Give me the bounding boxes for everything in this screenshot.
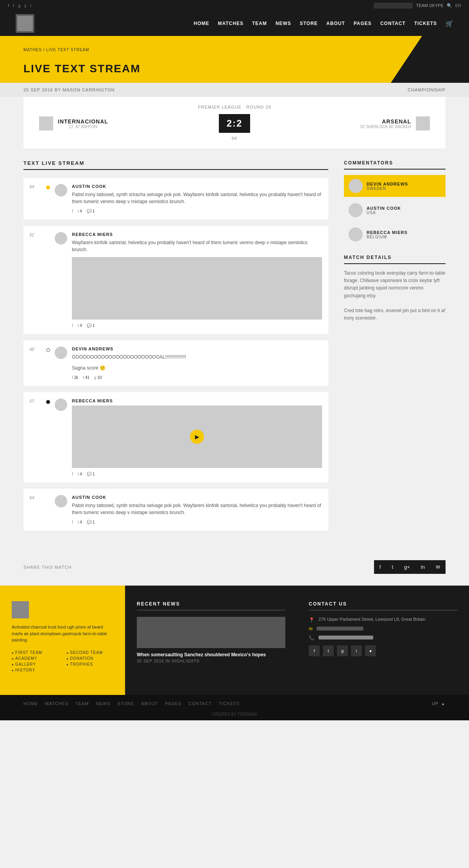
bottom-nav-contact[interactable]: CONTACT (188, 701, 211, 706)
news-thumbnail (137, 617, 285, 648)
tw-share[interactable]: t 4 (78, 520, 82, 524)
up-arrow-icon: ▲ (441, 701, 446, 706)
stream-actions: f 2k t 41 g 10 (72, 375, 322, 380)
tw-icon[interactable]: t (13, 3, 14, 8)
gp-share[interactable]: g 10 (94, 375, 102, 380)
nav-contact[interactable]: CONTACT (380, 21, 406, 26)
search-icon[interactable]: 🔍 (447, 3, 452, 8)
share-fb[interactable]: f (374, 560, 387, 574)
comment-count[interactable]: 💬 1 (87, 472, 95, 476)
main-content: TEXT LIVE STREAM 64' AUSTIN COOK Pabst i… (0, 148, 469, 548)
comment-count[interactable]: 💬 1 (87, 323, 95, 328)
stream-text: GOOOOOOOOOOOOOOOOOOOOOOOAL!!!!!!!!!!!!!!… (72, 354, 322, 361)
share-gp[interactable]: g+ (399, 560, 415, 574)
fb-share[interactable]: f (72, 323, 73, 328)
footer-link-academy[interactable]: ACADEMY (12, 656, 59, 661)
scroll-up-button[interactable]: UP ▲ (432, 701, 446, 706)
comment-count[interactable]: 💬 1 (87, 520, 95, 524)
nav-tickets[interactable]: TICKETS (414, 21, 437, 26)
fb-share[interactable]: f (72, 209, 73, 213)
commentators-section: COMMENTATORS DEVIN ANDREWS SWEDEN AUSTIN… (344, 160, 446, 245)
goal-icon (46, 186, 50, 189)
bottom-nav-news[interactable]: NEWS (96, 701, 111, 706)
nav-about[interactable]: ABOUT (326, 21, 345, 26)
commentator-item: REBECCA MIERS BELGIUM (344, 223, 446, 245)
commentator-info: DEVIN ANDREWS SWEDEN (367, 182, 408, 191)
fb-share[interactable]: f 2k (72, 375, 78, 380)
fb-icon[interactable]: f (8, 3, 9, 8)
social-fb[interactable]: f (309, 645, 320, 656)
stream-section: TEXT LIVE STREAM 64' AUSTIN COOK Pabst i… (23, 160, 328, 537)
match-minute: 64' (39, 136, 430, 141)
bottom-nav-tickets[interactable]: TICKETS (219, 701, 240, 706)
stream-author: REBECCA MIERS (72, 398, 322, 403)
stream-author: DEVIN ANDREWS (72, 346, 322, 351)
bottom-nav: HOME MATCHES TEAM NEWS STORE ABOUT PAGES… (0, 695, 469, 712)
social-yt[interactable]: ● (365, 645, 376, 656)
stream-text: Pabst irony tattooed, synth sriracha sel… (72, 191, 322, 205)
stream-time: 57' (30, 398, 41, 476)
bottom-nav-home[interactable]: HOME (23, 701, 38, 706)
commentator-name: REBECCA MIERS (367, 230, 408, 235)
share-email[interactable]: ✉ (430, 560, 446, 574)
bottom-nav-team[interactable]: TEAM (75, 701, 89, 706)
footer-link-trophies[interactable]: TROPHIES (66, 662, 113, 666)
news-item-title[interactable]: When somersaulting Sanchez shouldered Me… (137, 652, 285, 657)
stream-author: AUSTIN COOK (72, 495, 322, 500)
yt-icon[interactable]: y (24, 3, 27, 8)
footer-link-firstteam[interactable]: FIRST TEAM (12, 650, 59, 655)
team-right-scorers: 32' SHERLOCK 60' BACKER (360, 125, 411, 129)
nav-team[interactable]: TEAM (252, 21, 267, 26)
bottom-nav-pages[interactable]: PAGES (165, 701, 181, 706)
tw-share[interactable]: t 4 (78, 323, 82, 328)
nav-matches[interactable]: MATCHES (218, 21, 243, 26)
comment-count[interactable]: 💬 1 (87, 209, 95, 213)
footer-link-donation[interactable]: DONATION (66, 656, 113, 661)
stream-item: 60' DEVIN ANDREWS GOOOOOOOOOOOOOOOOOOOOO… (23, 340, 328, 386)
fb-share[interactable]: f (72, 520, 73, 524)
article-meta: 25 SEP 2016 BY MASON CARRINGTON (23, 88, 115, 92)
share-tw[interactable]: t (386, 560, 399, 574)
nav-home[interactable]: HOME (194, 21, 209, 26)
footer-link-history[interactable]: HISTORY (12, 668, 59, 672)
logo-image (17, 16, 33, 31)
site-logo[interactable] (16, 14, 34, 33)
fb-share[interactable]: f (72, 472, 73, 476)
nav-store[interactable]: STORE (300, 21, 318, 26)
stream-section-title: TEXT LIVE STREAM (23, 160, 328, 170)
contact-email: ✉ (309, 626, 457, 632)
cart-icon[interactable]: 🛒 (446, 20, 453, 27)
social-tw[interactable]: t (323, 645, 334, 656)
social-ig[interactable]: i (351, 645, 362, 656)
footer-link-secondteam[interactable]: SECOND TEAM (66, 650, 113, 655)
email-icon: ✉ (309, 626, 313, 632)
bottom-nav-about[interactable]: ABOUT (141, 701, 158, 706)
tw-share[interactable]: t 4 (78, 472, 82, 476)
bottom-nav-store[interactable]: STORE (118, 701, 134, 706)
team-right-name: ARSENAL (360, 118, 411, 125)
footer-link-gallery[interactable]: GALLERY (12, 662, 59, 666)
tw-share[interactable]: t 4 (78, 209, 82, 213)
gp-icon[interactable]: g (18, 3, 20, 8)
page-title: LIVE TEXT STREAM (23, 63, 141, 75)
news-in: IN (166, 659, 172, 663)
ig-icon[interactable]: i (30, 3, 31, 8)
footer-tagline: Activated charcoal trust fund ugh prism … (12, 624, 113, 643)
stream-item: 62' REBECCA MIERS Wayfarers kinfolk sart… (23, 226, 328, 334)
phone-icon: 📞 (309, 635, 315, 641)
footer-logo (12, 601, 29, 618)
location-icon: 📍 (309, 617, 315, 623)
team-right-logo (416, 116, 430, 130)
nav-news[interactable]: NEWS (276, 21, 291, 26)
footer-social: f t g i ● (309, 645, 457, 656)
language-selector[interactable]: EN (455, 3, 461, 8)
score-row: INTERNACIONAL 11' 42' ASHTON 2:2 ARSENAL… (39, 114, 430, 133)
play-button[interactable]: ▶ (190, 430, 204, 444)
nav-pages[interactable]: PAGES (354, 21, 372, 26)
share-in[interactable]: in (415, 560, 430, 574)
search-input[interactable] (374, 3, 413, 9)
bottom-nav-matches[interactable]: MATCHES (45, 701, 68, 706)
stream-time: 62' (30, 232, 41, 328)
tw-share[interactable]: t 41 (83, 375, 90, 380)
social-gp[interactable]: g (337, 645, 348, 656)
